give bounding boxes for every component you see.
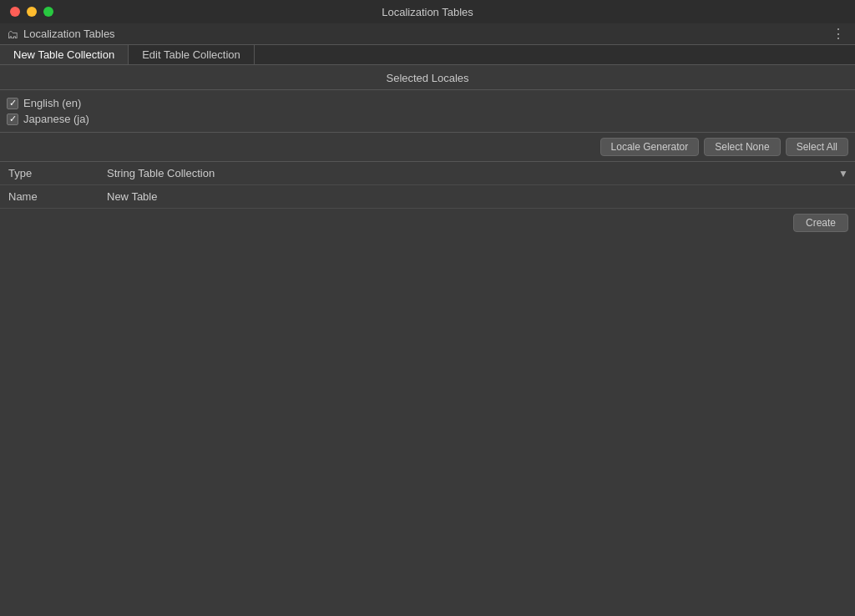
locale-item-en: ✓ English (en) [7,95,848,111]
type-row: Type String Table Collection ▼ [0,162,855,185]
tab-bar: 🗂 Localization Tables ⋮ [0,23,855,45]
tab-new-table-collection[interactable]: New Table Collection [0,45,129,64]
create-button[interactable]: Create [793,214,848,232]
type-value: String Table Collection [107,167,215,179]
locale-label-en: English (en) [23,97,81,109]
main-content [0,237,855,601]
tab-bar-menu-button[interactable]: ⋮ [828,28,848,41]
form-section: Type String Table Collection ▼ Name [0,162,855,209]
tab-bar-label: Localization Tables [23,28,115,40]
name-row: Name [0,185,855,209]
traffic-light-buttons [10,7,53,17]
select-all-button[interactable]: Select All [786,138,848,156]
locale-label-ja: Japanese (ja) [23,113,89,125]
localization-icon: 🗂 [7,28,18,41]
dropdown-arrow-icon: ▼ [838,168,848,179]
maximize-button[interactable] [43,7,53,17]
title-bar: Localization Tables [0,0,855,23]
window-title: Localization Tables [382,6,473,18]
tab-edit-table-collection[interactable]: Edit Table Collection [129,45,255,64]
minimize-button[interactable] [27,7,37,17]
name-label: Name [0,186,100,207]
select-none-button[interactable]: Select None [704,138,780,156]
create-row: Create [0,209,855,237]
locale-item-ja: ✓ Japanese (ja) [7,111,848,127]
locale-checkbox-en[interactable]: ✓ [7,98,18,109]
type-label: Type [0,163,100,184]
locale-checkbox-ja[interactable]: ✓ [7,114,18,125]
type-value-container[interactable]: String Table Collection ▼ [100,163,855,184]
selected-locales-header: Selected Locales [0,65,855,90]
name-input[interactable] [100,186,855,207]
locales-list: ✓ English (en) ✓ Japanese (ja) [0,90,855,133]
close-button[interactable] [10,7,20,17]
sub-tabs: New Table Collection Edit Table Collecti… [0,45,855,65]
locale-generator-button[interactable]: Locale Generator [600,138,700,156]
action-buttons-row: Locale Generator Select None Select All [0,133,855,162]
